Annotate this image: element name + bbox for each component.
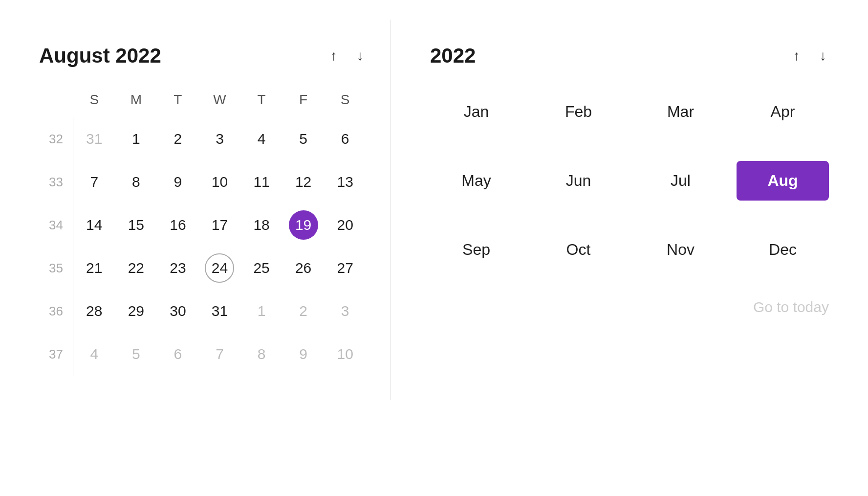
day-cell-w1d3[interactable]: 10 [199, 160, 241, 203]
day-cell-w1d5[interactable]: 12 [282, 160, 325, 203]
dow-saturday: S [324, 87, 366, 117]
day-cell-w2d6[interactable]: 20 [324, 203, 366, 247]
month-cell-jan[interactable]: Jan [430, 92, 522, 132]
day-cell-w0d5[interactable]: 5 [282, 117, 325, 160]
day-cell-w0d2[interactable]: 2 [157, 117, 199, 160]
day-cell-w4d4[interactable]: 1 [240, 290, 282, 333]
year-nav-up-button[interactable]: ↑ [791, 45, 803, 66]
day-cell-w1d4[interactable]: 11 [240, 160, 282, 203]
month-cell-feb[interactable]: Feb [532, 92, 625, 132]
day-cell-w0d6[interactable]: 6 [324, 117, 366, 160]
day-cell-w3d2[interactable]: 23 [157, 247, 199, 290]
day-cell-w4d6[interactable]: 3 [324, 290, 366, 333]
day-cell-w2d4[interactable]: 18 [240, 203, 282, 247]
day-cell-w4d5[interactable]: 2 [282, 290, 325, 333]
day-cell-w2d1[interactable]: 15 [115, 203, 157, 247]
day-cell-w5d3[interactable]: 7 [199, 333, 241, 376]
calendar-week-row-1: 3378910111213 [39, 160, 366, 203]
day-cell-w1d6[interactable]: 13 [324, 160, 366, 203]
day-cell-w1d1[interactable]: 8 [115, 160, 157, 203]
day-number: 26 [289, 253, 318, 283]
day-cell-w2d3[interactable]: 17 [199, 203, 241, 247]
day-number: 1 [247, 296, 276, 326]
week-number-3: 35 [39, 247, 73, 290]
day-cell-w2d2[interactable]: 16 [157, 203, 199, 247]
day-cell-w4d3[interactable]: 31 [199, 290, 241, 333]
day-number: 23 [163, 253, 193, 283]
day-cell-w5d1[interactable]: 5 [115, 333, 157, 376]
week-num-header-empty [39, 87, 73, 117]
calendar-grid: S M T W T F S [39, 87, 366, 117]
year-nav-down-button[interactable]: ↓ [817, 45, 829, 66]
day-cell-w5d0[interactable]: 4 [73, 333, 115, 376]
day-number: 15 [121, 210, 151, 240]
month-cell-dec[interactable]: Dec [737, 230, 829, 270]
month-cell-sep[interactable]: Sep [430, 230, 522, 270]
day-cell-w5d4[interactable]: 8 [240, 333, 282, 376]
day-number: 5 [289, 124, 318, 154]
year-arrow-up-icon: ↑ [793, 48, 800, 64]
day-cell-w0d0[interactable]: 31 [73, 117, 115, 160]
day-cell-w2d0[interactable]: 14 [73, 203, 115, 247]
day-cell-w4d2[interactable]: 30 [157, 290, 199, 333]
day-cell-w0d4[interactable]: 4 [240, 117, 282, 160]
day-cell-w3d4[interactable]: 25 [240, 247, 282, 290]
day-number: 2 [163, 124, 193, 154]
day-number: 6 [330, 124, 360, 154]
month-cell-jul[interactable]: Jul [634, 161, 727, 201]
dow-friday: F [282, 87, 325, 117]
calendar-week-row-5: 3745678910 [39, 333, 366, 376]
day-cell-w1d0[interactable]: 7 [73, 160, 115, 203]
month-grid: JanFebMarAprMayJunJulAugSepOctNovDec [430, 92, 829, 270]
month-cell-mar[interactable]: Mar [634, 92, 727, 132]
day-number: 5 [121, 339, 151, 369]
month-cell-aug[interactable]: Aug [737, 161, 829, 201]
day-cell-w4d0[interactable]: 28 [73, 290, 115, 333]
dow-monday: M [115, 87, 157, 117]
day-number: 4 [80, 339, 109, 369]
month-cell-nov[interactable]: Nov [634, 230, 727, 270]
month-cell-may[interactable]: May [430, 161, 522, 201]
day-cell-w3d5[interactable]: 26 [282, 247, 325, 290]
day-cell-w3d3[interactable]: 24 [199, 247, 241, 290]
day-number: 1 [121, 124, 151, 154]
day-cell-w3d0[interactable]: 21 [73, 247, 115, 290]
go-to-today-button[interactable]: Go to today [753, 299, 829, 316]
arrow-up-icon: ↑ [330, 48, 337, 64]
calendar-nav-up-button[interactable]: ↑ [328, 45, 340, 66]
day-number: 6 [163, 339, 193, 369]
day-number: 3 [330, 296, 360, 326]
calendar-rows: 3231123456337891011121334141516171819203… [39, 117, 366, 376]
day-number: 8 [121, 167, 151, 197]
day-cell-w0d3[interactable]: 3 [199, 117, 241, 160]
day-cell-w2d5[interactable]: 19 [282, 203, 325, 247]
day-number: 31 [205, 296, 234, 326]
year-nav-buttons: ↑ ↓ [791, 45, 829, 66]
year-month-panel: 2022 ↑ ↓ JanFebMarAprMayJunJulAugSepOctN… [391, 20, 858, 340]
year-panel-header: 2022 ↑ ↓ [430, 44, 829, 68]
day-cell-w4d1[interactable]: 29 [115, 290, 157, 333]
month-cell-apr[interactable]: Apr [737, 92, 829, 132]
day-cell-w5d2[interactable]: 6 [157, 333, 199, 376]
day-number: 9 [289, 339, 318, 369]
day-number: 28 [80, 296, 109, 326]
month-cell-jun[interactable]: Jun [532, 161, 625, 201]
day-cell-w0d1[interactable]: 1 [115, 117, 157, 160]
day-cell-w3d6[interactable]: 27 [324, 247, 366, 290]
day-number: 9 [163, 167, 193, 197]
week-number-4: 36 [39, 290, 73, 333]
month-cell-oct[interactable]: Oct [532, 230, 625, 270]
monthly-calendar-panel: August 2022 ↑ ↓ S M T W T F S 3231123456… [10, 20, 391, 400]
day-cell-w5d5[interactable]: 9 [282, 333, 325, 376]
day-number: 25 [247, 253, 276, 283]
day-cell-w1d2[interactable]: 9 [157, 160, 199, 203]
calendar-week-row-4: 3628293031123 [39, 290, 366, 333]
day-number: 20 [330, 210, 360, 240]
go-to-today-container: Go to today [430, 299, 829, 316]
day-number: 21 [80, 253, 109, 283]
dow-sunday: S [73, 87, 115, 117]
day-number: 29 [121, 296, 151, 326]
day-cell-w3d1[interactable]: 22 [115, 247, 157, 290]
day-cell-w5d6[interactable]: 10 [324, 333, 366, 376]
calendar-nav-down-button[interactable]: ↓ [354, 45, 366, 66]
